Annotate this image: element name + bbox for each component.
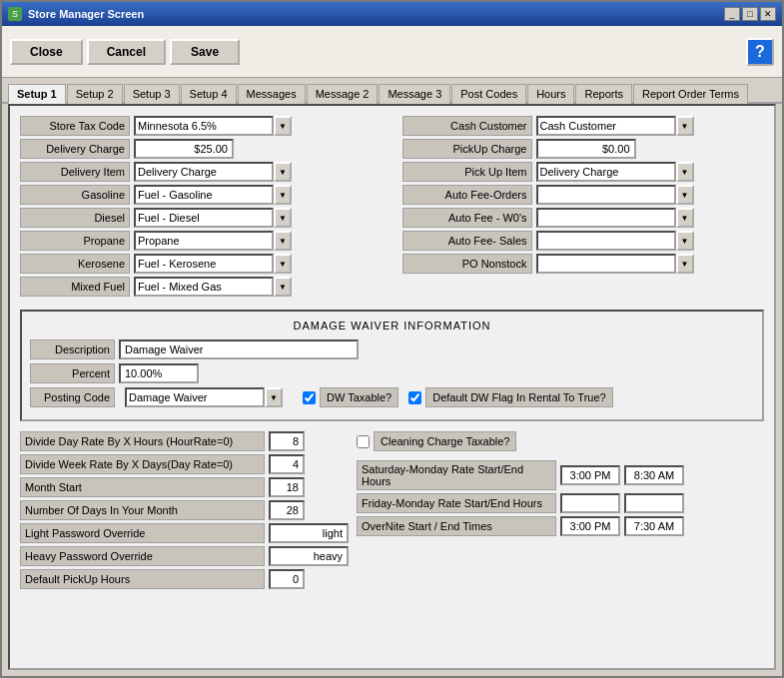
title-bar: S Store Manager Screen _ □ ✕ (2, 2, 782, 26)
overnight-start-input[interactable] (560, 516, 620, 536)
delivery-charge-row: Delivery Charge (20, 139, 383, 159)
month-start-input[interactable] (269, 477, 305, 497)
tab-message2[interactable]: Message 2 (307, 84, 379, 104)
mixed-fuel-dropdown[interactable]: ▼ (274, 277, 292, 297)
diesel-row: Diesel Fuel - Diesel ▼ (20, 208, 383, 228)
po-nonstock-label: PO Nonstock (402, 254, 532, 274)
store-tax-code-row: Store Tax Code Minnesota 6.5% ▼ (20, 116, 383, 136)
gasoline-field: Fuel - Gasoline ▼ (134, 185, 292, 205)
delivery-item-dropdown[interactable]: ▼ (274, 162, 292, 182)
tab-message3[interactable]: Message 3 (379, 84, 450, 104)
tab-setup4[interactable]: Setup 4 (181, 84, 237, 104)
cash-customer-row: Cash Customer Cash Customer ▼ (402, 116, 765, 136)
dw-taxable-label: DW Taxable? (320, 387, 398, 407)
tab-reports[interactable]: Reports (575, 84, 632, 104)
propane-dropdown[interactable]: ▼ (274, 231, 292, 251)
auto-fee-sales-field: ▼ (536, 231, 694, 251)
auto-fee-sales-value (536, 231, 676, 251)
delivery-item-label: Delivery Item (20, 162, 130, 182)
damage-description-label: Description (30, 339, 115, 359)
po-nonstock-row: PO Nonstock ▼ (402, 254, 765, 274)
tab-setup1[interactable]: Setup 1 (8, 84, 66, 104)
auto-fee-orders-value (536, 185, 676, 205)
pick-up-item-dropdown[interactable]: ▼ (676, 162, 694, 182)
auto-fee-orders-field: ▼ (536, 185, 694, 205)
auto-fee-sales-row: Auto Fee- Sales ▼ (402, 231, 765, 251)
auto-fee-wos-value (536, 208, 676, 228)
fri-mon-end-input[interactable] (624, 493, 684, 513)
gasoline-dropdown[interactable]: ▼ (274, 185, 292, 205)
cleaning-charge-checkbox[interactable] (357, 435, 370, 448)
close-button[interactable]: Close (10, 39, 83, 65)
pickup-charge-input[interactable] (536, 139, 636, 159)
gasoline-value: Fuel - Gasoline (134, 185, 274, 205)
tab-setup3[interactable]: Setup 3 (124, 84, 180, 104)
cleaning-charge-row: Cleaning Charge Taxable? (357, 431, 764, 451)
minimize-button[interactable]: _ (724, 7, 740, 21)
left-rates: Divide Day Rate By X Hours (HourRate=0) … (20, 431, 349, 589)
damage-percent-input[interactable] (119, 363, 199, 383)
tab-messages[interactable]: Messages (238, 84, 306, 104)
gasoline-row: Gasoline Fuel - Gasoline ▼ (20, 185, 383, 205)
overnight-label: OverNite Start / End Times (357, 516, 556, 536)
cash-customer-field: Cash Customer ▼ (536, 116, 694, 136)
damage-waiver-section: DAMAGE WAIVER INFORMATION Description Pe… (20, 310, 764, 421)
default-dw-checkbox[interactable] (408, 391, 421, 404)
save-button[interactable]: Save (170, 39, 240, 65)
store-tax-code-dropdown[interactable]: ▼ (274, 116, 292, 136)
diesel-field: Fuel - Diesel ▼ (134, 208, 292, 228)
sat-mon-start-input[interactable] (560, 465, 620, 485)
app-icon: S (8, 7, 22, 21)
divide-week-row: Divide Week Rate By X Days(Day Rate=0) (20, 454, 349, 474)
light-pw-input[interactable] (269, 523, 349, 543)
divide-day-label: Divide Day Rate By X Hours (HourRate=0) (20, 431, 265, 451)
kerosene-row: Kerosene Fuel - Kerosene ▼ (20, 254, 383, 274)
kerosene-dropdown[interactable]: ▼ (274, 254, 292, 274)
auto-fee-orders-dropdown[interactable]: ▼ (676, 185, 694, 205)
auto-fee-sales-dropdown[interactable]: ▼ (676, 231, 694, 251)
heavy-pw-input[interactable] (269, 546, 349, 566)
auto-fee-sales-label: Auto Fee- Sales (402, 231, 532, 251)
sat-mon-row: Saturday-Monday Rate Start/End Hours (357, 460, 764, 490)
help-button[interactable]: ? (746, 38, 774, 66)
propane-value: Propane (134, 231, 274, 251)
close-window-button[interactable]: ✕ (760, 7, 776, 21)
main-content: Store Tax Code Minnesota 6.5% ▼ Delivery… (8, 104, 776, 670)
divide-week-label: Divide Week Rate By X Days(Day Rate=0) (20, 454, 265, 474)
dw-taxable-checkbox[interactable] (303, 391, 316, 404)
default-dw-container: Default DW Flag In Rental To True? (408, 387, 612, 407)
main-window: S Store Manager Screen _ □ ✕ Close Cance… (0, 0, 784, 678)
po-nonstock-dropdown[interactable]: ▼ (676, 254, 694, 274)
fri-mon-start-input[interactable] (560, 493, 620, 513)
divide-day-input[interactable] (269, 431, 305, 451)
divide-week-input[interactable] (269, 454, 305, 474)
overnight-end-input[interactable] (624, 516, 684, 536)
default-pu-input[interactable] (269, 569, 305, 589)
auto-fee-wos-field: ▼ (536, 208, 694, 228)
tab-postcodes[interactable]: Post Codes (451, 84, 526, 104)
diesel-dropdown[interactable]: ▼ (274, 208, 292, 228)
tab-reportorderterms[interactable]: Report Order Terms (633, 84, 748, 104)
maximize-button[interactable]: □ (742, 7, 758, 21)
delivery-charge-input[interactable] (134, 139, 234, 159)
damage-description-input[interactable] (119, 339, 359, 359)
fri-mon-row: Friday-Monday Rate Start/End Hours (357, 493, 764, 513)
auto-fee-wos-dropdown[interactable]: ▼ (676, 208, 694, 228)
light-pw-label: Light Password Override (20, 523, 265, 543)
auto-fee-wos-row: Auto Fee - W0's ▼ (402, 208, 765, 228)
gasoline-label: Gasoline (20, 185, 130, 205)
num-days-input[interactable] (269, 500, 305, 520)
tab-setup2[interactable]: Setup 2 (67, 84, 123, 104)
light-pw-row: Light Password Override (20, 523, 349, 543)
cash-customer-dropdown[interactable]: ▼ (676, 116, 694, 136)
default-dw-label: Default DW Flag In Rental To True? (425, 387, 612, 407)
sat-mon-end-input[interactable] (624, 465, 684, 485)
diesel-label: Diesel (20, 208, 130, 228)
posting-code-dropdown[interactable]: ▼ (265, 387, 283, 407)
cancel-button[interactable]: Cancel (87, 39, 166, 65)
mixed-fuel-field: Fuel - Mixed Gas ▼ (134, 277, 292, 297)
tab-hours[interactable]: Hours (527, 84, 574, 104)
delivery-item-row: Delivery Item Delivery Charge ▼ (20, 162, 383, 182)
mixed-fuel-label: Mixed Fuel (20, 277, 130, 297)
bottom-section: Divide Day Rate By X Hours (HourRate=0) … (20, 431, 764, 589)
